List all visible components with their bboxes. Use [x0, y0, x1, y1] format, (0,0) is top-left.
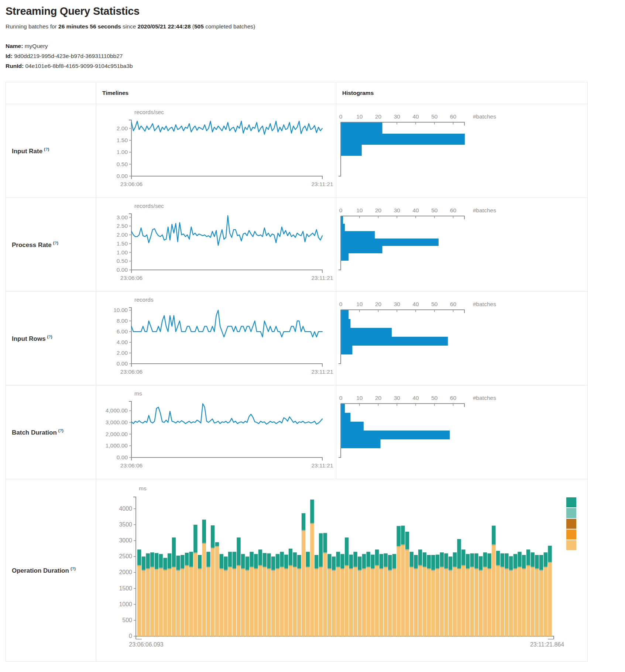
histograms-column-header: Histograms	[336, 82, 588, 104]
svg-text:1.50: 1.50	[117, 137, 128, 143]
empty-header-cell	[6, 82, 96, 104]
svg-text:1.50: 1.50	[117, 240, 128, 247]
svg-text:40: 40	[412, 301, 419, 307]
table-row: Batch Duration(?) ms0.001,000.002,000.00…	[6, 385, 588, 479]
svg-text:60: 60	[450, 113, 457, 120]
svg-text:30: 30	[394, 301, 401, 307]
svg-text:ms: ms	[134, 390, 142, 397]
svg-text:2500: 2500	[119, 553, 132, 560]
batch-duration-histogram-chart: 0102030405060#batches	[336, 387, 587, 479]
svg-text:0: 0	[339, 207, 343, 213]
svg-text:60: 60	[450, 395, 457, 401]
svg-text:4000: 4000	[119, 505, 132, 512]
svg-text:23:06:06: 23:06:06	[120, 462, 142, 469]
svg-text:10: 10	[356, 207, 363, 213]
table-row: Input Rows(?) records0.002.004.006.008.0…	[6, 292, 588, 385]
svg-text:23:06:06.093: 23:06:06.093	[129, 641, 164, 648]
batch-duration-timeline-chart: ms0.001,000.002,000.003,000.004,000.0023…	[96, 387, 336, 479]
svg-text:50: 50	[431, 113, 438, 120]
svg-text:10: 10	[356, 395, 363, 401]
row-label: Input Rows	[12, 335, 46, 342]
svg-text:0.00: 0.00	[117, 360, 128, 367]
query-name-row: Name: myQuery	[6, 41, 625, 51]
help-icon[interactable]: (?)	[53, 241, 58, 245]
query-runid: 04e101e6-8bf8-4165-9099-9104c951ba3b	[25, 63, 133, 69]
svg-text:2.50: 2.50	[117, 223, 128, 229]
svg-text:40: 40	[412, 395, 419, 401]
svg-text:records/sec: records/sec	[134, 203, 164, 209]
help-icon[interactable]: (?)	[58, 428, 63, 433]
svg-text:60: 60	[450, 207, 457, 213]
svg-text:0.50: 0.50	[117, 258, 128, 264]
svg-text:50: 50	[431, 207, 438, 213]
help-icon[interactable]: (?)	[44, 147, 49, 151]
svg-text:40: 40	[412, 113, 419, 120]
svg-text:23:11:21: 23:11:21	[311, 181, 333, 187]
operation-duration-stacked-chart: ms0500100015002000250030003500400023:06:…	[96, 480, 587, 661]
svg-text:0: 0	[129, 633, 132, 639]
completed-batches-count: 505	[194, 23, 204, 30]
svg-text:2000: 2000	[119, 569, 132, 576]
svg-text:30: 30	[394, 113, 401, 120]
svg-text:3000: 3000	[119, 538, 132, 544]
svg-text:23:11:21: 23:11:21	[311, 275, 333, 281]
legend-swatch	[566, 519, 576, 529]
batch-duration-label-cell: Batch Duration(?)	[6, 385, 96, 479]
running-summary: Running batches for 26 minutes 56 second…	[6, 23, 625, 30]
svg-text:30: 30	[394, 395, 401, 401]
svg-text:23:11:21.864: 23:11:21.864	[530, 641, 564, 648]
input-rows-histogram-chart: 0102030405060#batches	[336, 293, 587, 385]
id-label: Id:	[6, 53, 13, 59]
svg-text:0: 0	[339, 301, 343, 307]
svg-text:23:06:06: 23:06:06	[120, 368, 142, 375]
svg-text:1500: 1500	[119, 585, 132, 592]
svg-text:2.00: 2.00	[117, 350, 128, 356]
summary-prefix: Running batches for	[6, 23, 57, 30]
legend-swatch	[566, 540, 576, 550]
svg-text:60: 60	[450, 301, 457, 307]
svg-text:20: 20	[375, 395, 382, 401]
svg-text:1.00: 1.00	[117, 249, 128, 256]
svg-text:1.00: 1.00	[117, 149, 128, 155]
summary-suffix: completed batches)	[205, 23, 255, 30]
svg-text:6.00: 6.00	[117, 329, 128, 335]
row-label: Operation Duration	[12, 567, 69, 574]
page-title: Streaming Query Statistics	[6, 5, 625, 17]
query-name: myQuery	[25, 43, 48, 49]
process-rate-label-cell: Process Rate(?)	[6, 198, 96, 292]
input-rows-timeline-chart: records0.002.004.006.008.0010.0023:06:06…	[96, 293, 336, 385]
table-header-row: Timelines Histograms	[6, 82, 588, 104]
timelines-column-header: Timelines	[96, 82, 336, 104]
input-rate-timeline-chart: records/sec0.000.501.001.502.0023:06:062…	[96, 105, 336, 198]
svg-text:0.00: 0.00	[117, 454, 128, 460]
svg-text:10.00: 10.00	[113, 307, 128, 313]
help-icon[interactable]: (?)	[47, 335, 52, 339]
svg-text:2,000.00: 2,000.00	[106, 431, 128, 437]
svg-text:50: 50	[431, 395, 438, 401]
operation-duration-label-cell: Operation Duration(?)	[6, 479, 96, 662]
svg-text:23:06:06: 23:06:06	[120, 181, 142, 187]
svg-text:2.00: 2.00	[117, 125, 128, 131]
input-rate-label-cell: Input Rate(?)	[6, 104, 96, 198]
svg-text:30: 30	[394, 207, 401, 213]
svg-text:0.00: 0.00	[117, 267, 128, 273]
process-rate-histogram-chart: 0102030405060#batches	[336, 199, 587, 291]
svg-text:10: 10	[356, 301, 363, 307]
query-runid-row: RunId: 04e101e6-8bf8-4165-9099-9104c951b…	[6, 61, 625, 71]
svg-text:23:06:06: 23:06:06	[120, 275, 142, 281]
process-rate-timeline-chart: records/sec0.000.501.001.502.002.503.002…	[96, 199, 336, 291]
svg-text:0: 0	[339, 113, 343, 120]
running-duration: 26 minutes 56 seconds	[58, 23, 121, 30]
svg-text:40: 40	[412, 207, 419, 213]
svg-text:4.00: 4.00	[117, 339, 128, 345]
name-label: Name:	[6, 43, 23, 49]
help-icon[interactable]: (?)	[71, 566, 76, 571]
svg-text:#batches: #batches	[473, 113, 496, 120]
table-row: Input Rate(?) records/sec0.000.501.001.5…	[6, 104, 588, 198]
query-metadata: Name: myQuery Id: 9d0dd219-995d-423e-b97…	[6, 41, 625, 71]
runid-label: RunId:	[6, 63, 24, 69]
svg-text:#batches: #batches	[473, 207, 496, 213]
legend-swatch	[566, 508, 576, 518]
query-id: 9d0dd219-995d-423e-b97d-36931110bb27	[14, 53, 123, 59]
svg-text:records/sec: records/sec	[134, 109, 164, 115]
